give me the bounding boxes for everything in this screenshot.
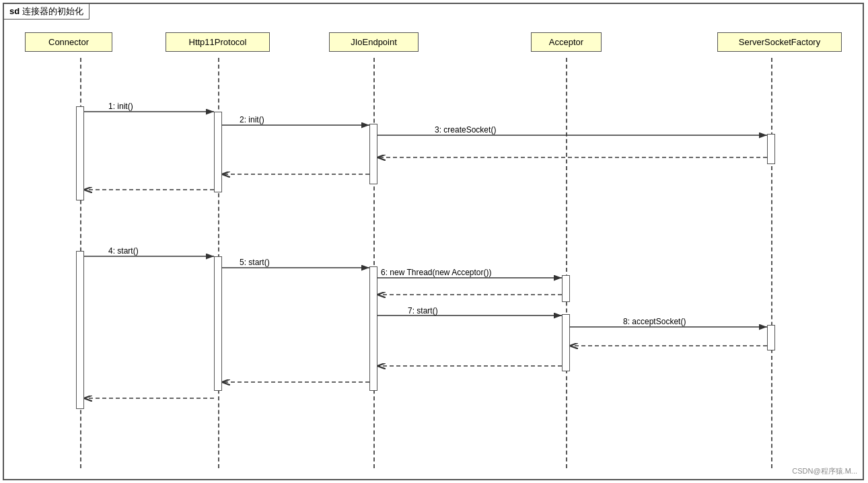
activation-jioendpoint-init [369,124,377,184]
watermark: CSDN@程序猿.M... [792,466,857,476]
frame-sd: sd [9,6,20,16]
activation-acceptor-new [562,275,570,302]
lifeline-line-acceptor [566,58,567,468]
lifeline-box-jioendpoint: JIoEndpoint [329,32,419,52]
activation-jioendpoint-start [369,266,377,391]
lifeline-box-http11protocol: Http11Protocol [166,32,270,52]
msg2-label: 2: init() [240,115,264,124]
msg5-label: 5: start() [240,258,270,267]
frame-title: 连接器的初始化 [22,6,83,16]
activation-http11protocol-start [214,256,222,391]
lifeline-line-serversocketfactory [771,58,772,468]
activation-serversocketfactory-init [767,134,775,164]
msg8-label: 8: acceptSocket() [623,317,686,326]
diagram-container: sd 连接器的初始化 Connector Http11Protocol JIoE… [3,3,864,480]
activation-acceptor-start [562,314,570,371]
activation-http11protocol-init [214,112,222,192]
arrows-svg [4,4,863,479]
lifeline-box-connector: Connector [25,32,112,52]
activation-serversocketfactory-accept [767,325,775,350]
lifeline-box-acceptor: Acceptor [531,32,602,52]
frame-label: sd 连接器的初始化 [4,4,89,20]
msg4-label: 4: start() [108,246,139,256]
activation-connector-init [76,106,84,200]
activation-connector-start [76,251,84,409]
msg6-label: 6: new Thread(new Acceptor()) [381,268,492,277]
msg7-label: 7: start() [408,306,438,315]
msg1-label: 1: init() [108,102,133,111]
msg3-label: 3: createSocket() [435,125,496,135]
lifeline-box-serversocketfactory: ServerSocketFactory [717,32,842,52]
lifeline-line-jioendpoint [373,58,375,468]
